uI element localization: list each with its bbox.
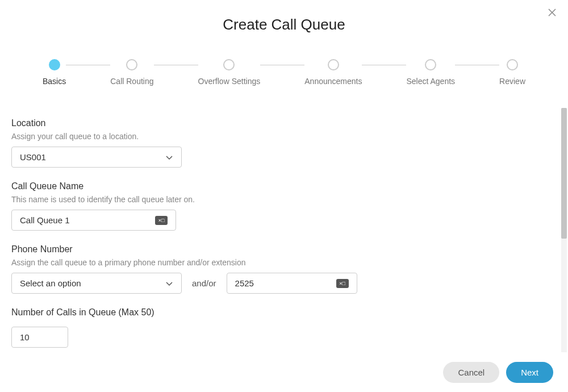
close-icon (548, 8, 557, 19)
step-label: Announcements (304, 77, 362, 86)
phone-number-select[interactable]: Select an option (11, 273, 182, 294)
queue-name-description: This name is used to identify the call q… (11, 195, 557, 204)
form-content: Location Assign your call queue to a loc… (0, 108, 568, 352)
extension-input[interactable]: 2525 ×□ (227, 273, 357, 294)
step-label: Review (499, 77, 525, 86)
phone-field-group: Phone Number Assign the call queue to a … (11, 244, 557, 294)
step-circle-icon (126, 59, 137, 70)
step-overflow-settings[interactable]: Overflow Settings (198, 59, 261, 86)
step-basics[interactable]: Basics (43, 59, 66, 86)
step-connector (362, 65, 406, 65)
andor-text: and/or (192, 278, 216, 288)
phone-label: Phone Number (11, 244, 557, 255)
step-connector (154, 65, 198, 65)
step-call-routing[interactable]: Call Routing (110, 59, 153, 86)
step-label: Call Routing (110, 77, 153, 86)
phone-description: Assign the call queue to a primary phone… (11, 258, 557, 267)
num-calls-value: 10 (20, 332, 60, 342)
phone-row: Select an option and/or 2525 ×□ (11, 273, 557, 294)
cancel-button[interactable]: Cancel (443, 362, 499, 383)
step-label: Overflow Settings (198, 77, 261, 86)
phone-select-placeholder: Select an option (20, 278, 81, 288)
step-review[interactable]: Review (499, 59, 525, 86)
step-circle-icon (49, 59, 60, 70)
num-calls-input[interactable]: 10 (11, 327, 68, 348)
step-connector (455, 65, 499, 65)
extension-value: 2525 (235, 278, 333, 288)
num-calls-label: Number of Calls in Queue (Max 50) (11, 307, 557, 318)
queue-name-input[interactable]: Call Queue 1 ×□ (11, 210, 176, 231)
queue-name-value: Call Queue 1 (20, 215, 152, 225)
clear-input-icon[interactable]: ×□ (336, 279, 349, 288)
step-circle-icon (425, 59, 436, 70)
step-select-agents[interactable]: Select Agents (406, 59, 455, 86)
location-value: US001 (20, 152, 46, 162)
step-circle-icon (507, 59, 518, 70)
location-select[interactable]: US001 (11, 147, 182, 168)
queue-name-label: Call Queue Name (11, 181, 557, 191)
location-field-group: Location Assign your call queue to a loc… (11, 118, 557, 168)
scrollbar-thumb[interactable] (561, 108, 567, 239)
step-label: Basics (43, 77, 66, 86)
step-circle-icon (223, 59, 235, 70)
modal-footer: Cancel Next (0, 352, 568, 392)
next-button[interactable]: Next (506, 362, 553, 383)
step-announcements[interactable]: Announcements (304, 59, 362, 86)
form-scroll-area: Location Assign your call queue to a loc… (0, 108, 568, 352)
chevron-down-icon (165, 153, 173, 161)
location-label: Location (11, 118, 557, 128)
close-button[interactable] (546, 8, 558, 19)
wizard-stepper: Basics Call Routing Overflow Settings An… (0, 34, 568, 86)
location-description: Assign your call queue to a location. (11, 132, 557, 141)
queue-name-field-group: Call Queue Name This name is used to ide… (11, 181, 557, 231)
step-connector (66, 65, 110, 65)
step-label: Select Agents (406, 77, 455, 86)
step-connector (260, 65, 304, 65)
clear-input-icon[interactable]: ×□ (155, 216, 168, 225)
step-circle-icon (328, 59, 339, 70)
num-calls-field-group: Number of Calls in Queue (Max 50) 10 (11, 307, 557, 348)
chevron-down-icon (165, 280, 173, 287)
modal-title: Create Call Queue (0, 0, 568, 34)
